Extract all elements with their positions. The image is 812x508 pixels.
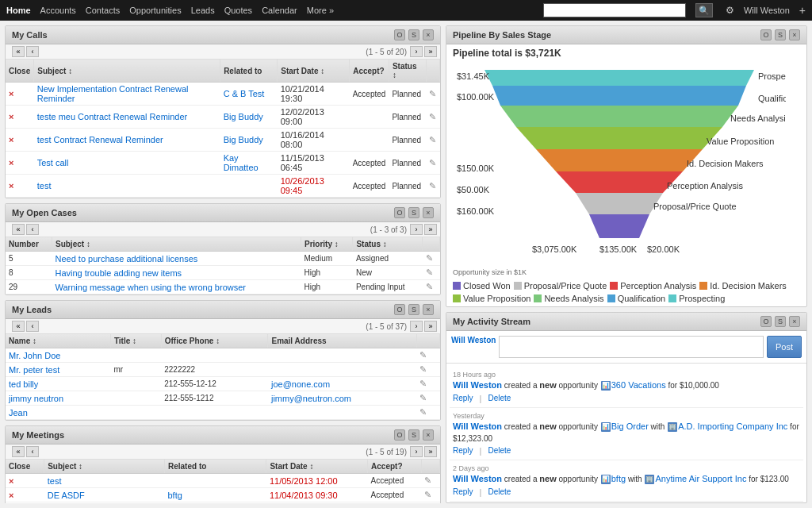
activity-minimize[interactable]: O bbox=[760, 316, 772, 327]
meeting-edit-icon[interactable]: ✎ bbox=[421, 474, 439, 488]
global-search-button[interactable]: 🔍 bbox=[695, 3, 713, 17]
lead-name[interactable]: Mr. peter test bbox=[6, 363, 110, 377]
add-button[interactable]: + bbox=[799, 4, 806, 17]
settings-icon[interactable]: ⚙ bbox=[726, 5, 734, 16]
leads-col-title[interactable]: Title ↕ bbox=[110, 334, 161, 348]
activity-delete-link[interactable]: Delete bbox=[488, 487, 511, 497]
meetings-close[interactable]: × bbox=[423, 429, 434, 441]
nav-more[interactable]: More » bbox=[307, 6, 334, 15]
activity-item-user[interactable]: Will Weston bbox=[453, 474, 502, 483]
call-related[interactable] bbox=[220, 175, 278, 198]
meetings-last-page[interactable]: » bbox=[424, 446, 437, 457]
leads-next-page[interactable]: › bbox=[410, 321, 423, 332]
nav-opportunities[interactable]: Opportunities bbox=[129, 6, 181, 15]
activity-item-with-object[interactable]: A.D. Importing Company Inc bbox=[678, 421, 787, 431]
calls-col-subject[interactable]: Subject ↕ bbox=[34, 60, 220, 83]
activity-close[interactable]: × bbox=[789, 316, 800, 327]
call-related[interactable]: Big Buddy bbox=[220, 129, 278, 152]
call-related[interactable]: C & B Test bbox=[220, 83, 278, 106]
my-calls-close[interactable]: × bbox=[423, 29, 434, 40]
call-subject[interactable]: teste meu Contract Renewal Reminder bbox=[34, 106, 220, 129]
nav-accounts[interactable]: Accounts bbox=[40, 6, 76, 15]
calls-col-start[interactable]: Start Date ↕ bbox=[278, 60, 350, 83]
meeting-close-btn[interactable]: × bbox=[6, 488, 44, 502]
meeting-edit-icon[interactable]: ✎ bbox=[421, 502, 439, 504]
lead-email[interactable]: joe@none.com bbox=[268, 377, 416, 391]
global-search-input[interactable] bbox=[543, 3, 686, 17]
meetings-minimize[interactable]: O bbox=[394, 429, 405, 441]
cases-col-subject[interactable]: Subject ↕ bbox=[52, 237, 301, 252]
activity-item-object[interactable]: bftg bbox=[611, 474, 626, 483]
case-edit-icon[interactable]: ✎ bbox=[423, 266, 440, 280]
case-subject[interactable]: Need to purchase additional licenses bbox=[52, 252, 301, 266]
meeting-related[interactable]: bftg bbox=[164, 488, 266, 502]
call-subject[interactable]: Test call bbox=[34, 152, 220, 175]
activity-item-with-object[interactable]: Anytime Air Support Inc bbox=[655, 474, 746, 483]
meeting-subject[interactable]: DE ASDF bbox=[44, 488, 165, 502]
calls-col-status[interactable]: Status ↕ bbox=[389, 60, 426, 83]
activity-reply-link[interactable]: Reply bbox=[453, 394, 473, 403]
cases-next-page[interactable]: › bbox=[410, 224, 423, 235]
nav-quotes[interactable]: Quotes bbox=[224, 6, 252, 15]
call-edit-icon[interactable]: ✎ bbox=[426, 106, 439, 129]
leads-col-name[interactable]: Name ↕ bbox=[6, 334, 110, 348]
call-related[interactable]: Kay Dimatteo bbox=[220, 152, 278, 175]
lead-name[interactable]: jimmy neutron bbox=[6, 391, 110, 406]
lead-edit-icon[interactable]: ✎ bbox=[416, 391, 439, 406]
nav-leads[interactable]: Leads bbox=[191, 6, 215, 15]
calls-next-page[interactable]: › bbox=[410, 46, 423, 57]
cases-prev-page[interactable]: ‹ bbox=[26, 224, 39, 235]
call-subject[interactable]: test Contract Renewal Reminder bbox=[34, 129, 220, 152]
calls-last-page[interactable]: » bbox=[424, 46, 437, 57]
activity-post-textarea[interactable] bbox=[499, 336, 764, 358]
meetings-col-subject[interactable]: Subject ↕ bbox=[44, 460, 165, 474]
call-edit-icon[interactable]: ✎ bbox=[426, 129, 439, 152]
call-close-btn[interactable]: × bbox=[6, 106, 34, 129]
case-edit-icon[interactable]: ✎ bbox=[423, 280, 440, 294]
pipeline-close[interactable]: × bbox=[789, 29, 800, 40]
lead-edit-icon[interactable]: ✎ bbox=[416, 363, 439, 377]
activity-delete-link[interactable]: Delete bbox=[488, 394, 511, 403]
meeting-related[interactable] bbox=[164, 474, 266, 488]
nav-calendar[interactable]: Calendar bbox=[262, 6, 297, 15]
leads-col-phone[interactable]: Office Phone ↕ bbox=[161, 334, 268, 348]
meetings-next-page[interactable]: › bbox=[410, 446, 423, 457]
leads-close[interactable]: × bbox=[423, 304, 434, 315]
meetings-prev-page[interactable]: ‹ bbox=[26, 446, 39, 457]
activity-expand[interactable]: S bbox=[775, 316, 786, 327]
nav-contacts[interactable]: Contacts bbox=[86, 6, 120, 15]
my-calls-minimize[interactable]: O bbox=[394, 29, 405, 40]
call-close-btn[interactable]: × bbox=[6, 152, 34, 175]
call-edit-icon[interactable]: ✎ bbox=[426, 175, 439, 198]
lead-edit-icon[interactable]: ✎ bbox=[416, 377, 439, 391]
meeting-subject[interactable]: test bbox=[44, 474, 165, 488]
activity-reply-link[interactable]: Reply bbox=[453, 446, 473, 456]
meetings-col-start[interactable]: Start Date ↕ bbox=[266, 460, 368, 474]
cases-col-priority[interactable]: Priority ↕ bbox=[301, 237, 352, 252]
calls-first-page[interactable]: « bbox=[12, 46, 25, 57]
lead-name[interactable]: Mr. John Doe bbox=[6, 348, 110, 363]
cases-close[interactable]: × bbox=[423, 207, 434, 218]
activity-item-user[interactable]: Will Weston bbox=[453, 380, 502, 390]
activity-post-button[interactable]: Post bbox=[767, 336, 802, 358]
activity-delete-link[interactable]: Delete bbox=[488, 446, 511, 456]
leads-minimize[interactable]: O bbox=[394, 304, 405, 315]
cases-expand[interactable]: S bbox=[408, 207, 419, 218]
calls-prev-page[interactable]: ‹ bbox=[26, 46, 39, 57]
meeting-edit-icon[interactable]: ✎ bbox=[421, 488, 439, 502]
lead-name[interactable]: Jean bbox=[6, 406, 110, 420]
pipeline-minimize[interactable]: O bbox=[760, 29, 772, 40]
activity-item-object[interactable]: Big Order bbox=[611, 421, 649, 431]
calls-col-related[interactable]: Related to bbox=[220, 60, 278, 83]
lead-edit-icon[interactable]: ✎ bbox=[416, 406, 439, 420]
cases-last-page[interactable]: » bbox=[424, 224, 437, 235]
nav-home[interactable]: Home bbox=[6, 6, 31, 15]
lead-email[interactable] bbox=[268, 348, 416, 363]
call-close-btn[interactable]: × bbox=[6, 129, 34, 152]
call-close-btn[interactable]: × bbox=[6, 83, 34, 106]
meeting-close-btn[interactable]: × bbox=[6, 502, 44, 504]
meeting-subject[interactable]: 41242 bbox=[44, 502, 165, 504]
case-subject[interactable]: Having trouble adding new items bbox=[52, 266, 301, 280]
leads-prev-page[interactable]: ‹ bbox=[26, 321, 39, 332]
lead-email[interactable] bbox=[268, 363, 416, 377]
